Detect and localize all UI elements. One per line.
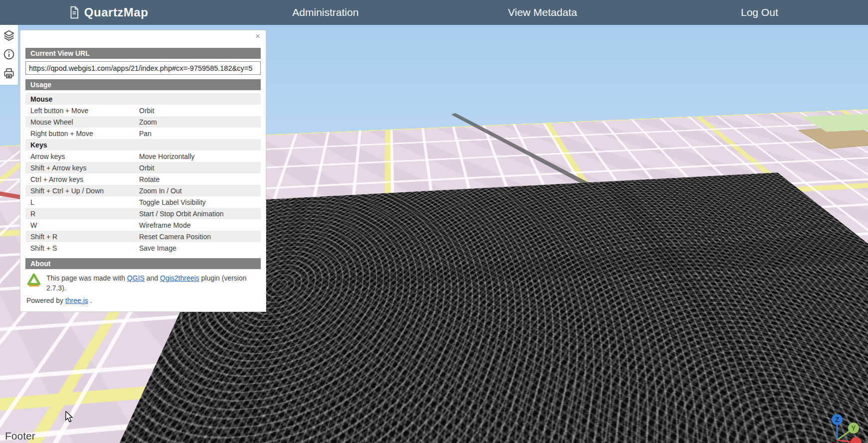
usage-key: Shift + Arrow keys xyxy=(30,164,139,172)
usage-key: Shift + R xyxy=(30,233,139,241)
about-text-part: and xyxy=(145,274,160,282)
usage-value: Orbit xyxy=(139,107,154,115)
powered-text-part: . xyxy=(88,296,92,304)
usage-key: Right button + Move xyxy=(30,130,139,138)
gizmo-x-axis xyxy=(851,437,862,443)
usage-value: Orbit xyxy=(139,164,154,172)
powered-by-line: Powered by three.js . xyxy=(25,295,261,305)
current-view-url-input[interactable] xyxy=(25,61,261,75)
current-view-url-header: Current View URL xyxy=(25,48,261,59)
usage-value: Save Image xyxy=(139,244,176,252)
close-icon[interactable]: × xyxy=(255,32,260,40)
usage-value: Wireframe Mode xyxy=(139,221,190,229)
usage-key: Mouse xyxy=(30,95,139,103)
info-icon xyxy=(3,48,15,60)
usage-value: Start / Stop Orbit Animation xyxy=(139,210,224,218)
usage-row: R Start / Stop Orbit Animation xyxy=(25,208,261,219)
usage-value: Zoom xyxy=(139,118,157,126)
nav-item-view-metadata[interactable]: View Metadata xyxy=(434,0,651,25)
usage-row: Shift + S Save Image xyxy=(25,242,261,254)
usage-row: Left button + Move Orbit xyxy=(25,105,261,116)
usage-value: Rotate xyxy=(139,175,160,183)
usage-value: Move Horizontally xyxy=(139,152,194,160)
svg-text:Z: Z xyxy=(835,416,840,424)
info-button[interactable] xyxy=(2,48,15,61)
nav-item-label: View Metadata xyxy=(508,6,577,18)
about-text: This page was made with QGIS and Qgis2th… xyxy=(46,273,260,294)
qgis2threejs-link[interactable]: Qgis2threejs xyxy=(160,274,199,282)
gizmo-z-axis: Z xyxy=(832,414,843,425)
usage-value: Zoom In / Out xyxy=(139,187,182,195)
qgis-link[interactable]: QGIS xyxy=(127,274,145,282)
usage-key: Keys xyxy=(30,141,139,149)
document-icon xyxy=(69,6,80,19)
layers-button[interactable] xyxy=(2,29,15,42)
usage-table: Mouse Left button + Move Orbit Mouse Whe… xyxy=(25,93,261,254)
usage-key: R xyxy=(30,210,139,218)
powered-text-part: Powered by xyxy=(26,296,65,304)
footer-text: Footer xyxy=(5,430,35,442)
usage-key: L xyxy=(30,198,139,206)
green-area xyxy=(801,114,868,132)
brand-label: QuartzMap xyxy=(84,5,149,19)
usage-row: Ctrl + Arrow keys Rotate xyxy=(25,173,261,185)
printer-icon xyxy=(3,67,15,79)
usage-key: W xyxy=(30,221,139,229)
usage-group-mouse: Mouse xyxy=(25,93,261,105)
map-toolbar xyxy=(0,25,19,86)
usage-value: Reset Camera Position xyxy=(139,233,211,241)
usage-row: Shift + Arrow keys Orbit xyxy=(25,162,261,173)
usage-header: Usage xyxy=(25,79,261,90)
axis-gizmo[interactable]: Z Y xyxy=(827,413,865,443)
usage-row: Right button + Move Pan xyxy=(25,128,261,139)
svg-text:Y: Y xyxy=(851,424,856,432)
threejs-link[interactable]: three.js xyxy=(65,296,88,304)
usage-key: Shift + Ctrl + Up / Down xyxy=(30,187,139,195)
usage-row: L Toggle Label Visibility xyxy=(25,196,261,208)
print-button[interactable] xyxy=(2,67,15,80)
usage-row: Mouse Wheel Zoom xyxy=(25,116,261,128)
top-navbar: QuartzMap Administration View Metadata L… xyxy=(0,0,868,25)
nav-item-label: Administration xyxy=(292,6,358,18)
gizmo-y-axis: Y xyxy=(848,423,859,434)
usage-row: Arrow keys Move Horizontally xyxy=(25,150,261,162)
usage-key: Left button + Move xyxy=(30,107,139,115)
brand-link[interactable]: QuartzMap xyxy=(0,0,217,25)
nav-item-administration[interactable]: Administration xyxy=(217,0,434,25)
usage-key: Shift + S xyxy=(30,244,139,252)
usage-key: Arrow keys xyxy=(30,152,139,160)
usage-key: Ctrl + Arrow keys xyxy=(30,175,139,183)
about-text-part: This page was made with xyxy=(46,274,127,282)
usage-group-keys: Keys xyxy=(25,139,261,150)
usage-key: Mouse Wheel xyxy=(30,118,139,126)
about-block: This page was made with QGIS and Qgis2th… xyxy=(25,269,261,295)
usage-row: Shift + Ctrl + Up / Down Zoom In / Out xyxy=(25,185,261,196)
nav-item-log-out[interactable]: Log Out xyxy=(651,0,868,25)
layers-icon xyxy=(3,29,15,41)
usage-value: Pan xyxy=(139,130,152,138)
usage-row: Shift + R Reset Camera Position xyxy=(25,231,261,242)
usage-value: Toggle Label Visibility xyxy=(139,198,206,206)
info-panel: × Current View URL Usage Mouse Left butt… xyxy=(20,30,266,312)
usage-row: W Wireframe Mode xyxy=(25,219,261,231)
qgis2threejs-logo-icon xyxy=(26,273,41,294)
nav-item-label: Log Out xyxy=(741,6,778,18)
about-header: About xyxy=(25,258,261,269)
